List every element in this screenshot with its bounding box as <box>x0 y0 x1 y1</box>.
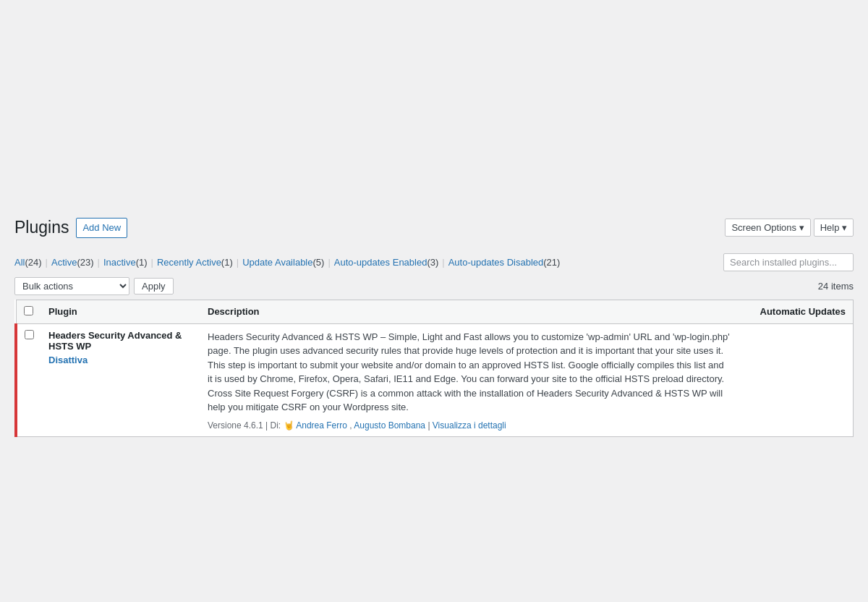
filter-inactive[interactable]: Inactive <box>103 257 136 268</box>
plugins-table: Plugin Description Automatic Updates Hea… <box>14 300 854 437</box>
select-all-checkbox[interactable] <box>24 306 33 315</box>
plugin-name-col: Headers Security Advanced & HSTS WP Disa… <box>41 323 200 436</box>
plugin-meta: Versione 4.6.1 | Di: 🤘 Andrea Ferro , Au… <box>208 420 731 431</box>
plugin-title: Headers Security Advanced & HSTS WP <box>48 330 193 352</box>
details-link[interactable]: Visualizza i dettagli <box>433 420 506 431</box>
bulk-actions-select[interactable]: Bulk actions Activate Deactivate Update … <box>14 277 129 295</box>
col-description: Description <box>200 300 738 323</box>
author2-link[interactable]: Augusto Bombana <box>354 420 425 431</box>
col-auto-updates: Automatic Updates <box>738 300 854 323</box>
table-row: Headers Security Advanced & HSTS WP Disa… <box>16 323 854 436</box>
search-plugins <box>723 253 854 271</box>
plugin-description: Headers Security Advanced & HSTS WP – Si… <box>208 330 731 415</box>
apply-button[interactable]: Apply <box>134 278 174 294</box>
author1-link[interactable]: Andrea Ferro <box>296 420 347 431</box>
page-title: Plugins <box>14 217 69 239</box>
add-new-button[interactable]: Add New <box>76 218 127 239</box>
help-button[interactable]: Help ▾ <box>814 219 854 237</box>
plugin-actions: Disattiva <box>48 355 193 365</box>
col-plugin: Plugin <box>41 300 200 323</box>
filter-update-available[interactable]: Update Available <box>242 257 312 268</box>
search-input[interactable] <box>723 253 854 271</box>
plugin-checkbox-cell <box>16 323 41 436</box>
items-count: 24 items <box>818 281 854 292</box>
version-label: Versione 4.6.1 <box>208 420 263 431</box>
plugin-checkbox[interactable] <box>25 330 34 339</box>
filter-active[interactable]: Active <box>51 257 77 268</box>
by-label: Di: <box>271 420 281 431</box>
filter-autoupdates-enabled[interactable]: Auto-updates Enabled <box>334 257 427 268</box>
filter-recently-active[interactable]: Recently Active <box>157 257 221 268</box>
col-checkbox <box>16 300 41 323</box>
filter-autoupdates-disabled[interactable]: Auto-updates Disabled <box>448 257 544 268</box>
screen-options-button[interactable]: Screen Options ▾ <box>725 219 810 237</box>
auto-updates-col <box>738 323 854 436</box>
plugin-description-col: Headers Security Advanced & HSTS WP – Si… <box>200 323 738 436</box>
filter-links: All (24) | Active (23) | Inactive (1) | … <box>14 257 560 268</box>
deactivate-link[interactable]: Disattiva <box>48 355 88 365</box>
filter-all[interactable]: All <box>14 257 25 268</box>
